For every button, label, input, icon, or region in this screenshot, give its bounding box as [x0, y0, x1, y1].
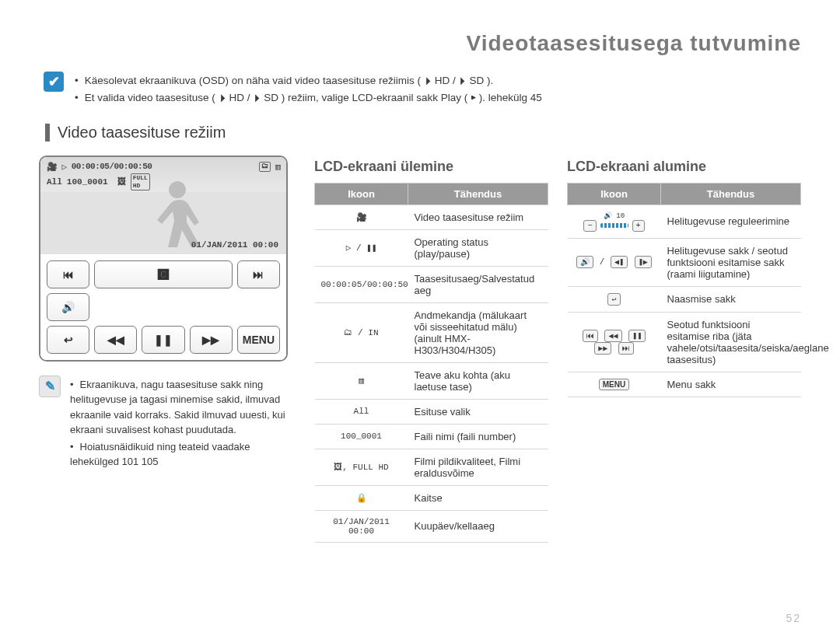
table-row: 01/JAN/2011 00:00 Kuupäev/kellaaeg	[315, 510, 548, 542]
lcd-all-label: All	[47, 177, 62, 187]
note-icon: ✎	[39, 376, 61, 397]
fast-forward-icon: ▶▶	[202, 334, 219, 346]
cell-icon: 01/JAN/2011 00:00	[315, 510, 408, 542]
lcd-volume-button[interactable]: 🔊	[47, 293, 89, 321]
table-row: ↩ Naasmise sakk	[568, 286, 801, 312]
section-heading: Video taasesituse režiim	[45, 124, 801, 142]
info-line-2: Et valida video taasesituse ( ⏵HD / ⏵SD …	[75, 90, 542, 106]
cell-icon: ▥	[315, 362, 408, 399]
table-row: ▷ / ❚❚ Operating status (play/pause)	[315, 229, 548, 266]
cell-meaning: Kuupäev/kellaaeg	[408, 510, 548, 542]
cc-icon: 🅲	[158, 268, 169, 281]
cell-meaning: Filmi pildikvaliteet, Filmi eraldusvõime	[408, 449, 548, 485]
cell-meaning: Esituse valik	[408, 399, 548, 424]
cell-icon: 100_0001	[315, 424, 408, 449]
quality-icon: 🖼	[117, 176, 126, 187]
lcd-pause-button[interactable]: ❚❚	[142, 326, 184, 354]
rewind-icon: ◀◀	[604, 330, 621, 342]
table-left-header-meaning: Tähendus	[408, 183, 548, 204]
frame-back-icon: ◀❚	[611, 256, 628, 268]
table-row: 🖼, FULL HD Filmi pildikvaliteet, Filmi e…	[315, 449, 548, 485]
cell-meaning: Taasesitusaeg/Salvestatud aeg	[408, 266, 548, 302]
skip-forward-icon: ⏭	[253, 268, 264, 281]
lcd-datetime: 01/JAN/2011 00:00	[191, 240, 278, 250]
cell-meaning: Seotud funktsiooni esitamise riba (jäta …	[661, 312, 801, 372]
lcd-time-counter: 00:00:05/00:00:50	[72, 162, 152, 171]
table-row: All Esituse valik	[315, 399, 548, 424]
cell-icon: 🔒	[315, 485, 408, 510]
menu-icon: MENU	[599, 379, 629, 390]
cell-icon: ▷ / ❚❚	[315, 229, 408, 266]
table-row: 🔒 Kaitse	[315, 485, 548, 510]
table-row: MENU Menu sakk	[568, 372, 801, 397]
table-row: 100_0001 Faili nimi (faili number)	[315, 424, 548, 449]
menu-label: MENU	[243, 334, 275, 346]
skip-back-icon: ⏮	[583, 330, 598, 342]
table-left: Ikoon Tähendus 🎥 Video taasesituse režii…	[314, 183, 548, 543]
volume-bar-icon: −+	[583, 220, 645, 232]
table-right-header-meaning: Tähendus	[661, 183, 801, 204]
cell-icon: 00:00:05/00:00:50	[315, 266, 408, 302]
info-line-1: Käesolevat ekraanikuva (OSD) on näha vai…	[75, 73, 542, 89]
table-row: 🗂 / IN Andmekandja (mälukaart või sissee…	[315, 302, 548, 362]
cell-meaning: Video taasesituse režiim	[408, 204, 548, 229]
table-right-header-icon: Ikoon	[568, 183, 661, 204]
page-number: 52	[786, 612, 801, 624]
mode-icon: 🎥	[356, 213, 367, 222]
table-row: ⏮ ◀◀ ❚❚ ▶▶ ⏭ Seotud funktsiooni esitamis…	[568, 312, 801, 372]
table-right: Ikoon Tähendus 🔊 10 −+ Helitugevuse regu…	[567, 183, 801, 397]
lcd-cc-button[interactable]: 🅲	[94, 260, 233, 288]
volume-icon: 🔊	[61, 301, 75, 313]
table-row: 🔊 10 −+ Helitugevuse reguleerimine	[568, 204, 801, 238]
frame-fwd-icon: ❚▶	[635, 256, 652, 268]
cell-icon: All	[315, 399, 408, 424]
page-title: Videotaasesitusega tutvumine	[39, 31, 801, 56]
table-right-title: LCD-ekraani alumine	[567, 159, 801, 175]
cell-meaning: Helitugevuse reguleerimine	[661, 204, 801, 238]
pause-icon: ❚❚	[628, 330, 646, 342]
table-row: 🎥 Video taasesituse režiim	[315, 204, 548, 229]
pause-icon: ❚❚	[154, 334, 173, 346]
cell-meaning: Faili nimi (faili number)	[408, 424, 548, 449]
return-icon: ↩	[607, 293, 620, 306]
cell-meaning: Operating status (play/pause)	[408, 229, 548, 266]
cell-meaning: Kaitse	[408, 485, 548, 510]
check-icon: ✔	[44, 72, 64, 92]
battery-icon: ▥	[275, 162, 280, 172]
table-left-title: LCD-ekraani ülemine	[314, 159, 548, 175]
lcd-menu-button[interactable]: MENU	[237, 326, 280, 354]
lcd-ffwd-button[interactable]: ▶▶	[190, 326, 233, 354]
table-row: 🔊 / ◀❚ ❚▶ Helitugevuse sakk / seotud fun…	[568, 238, 801, 286]
mode-icon: 🎥	[47, 162, 58, 172]
lcd-next-button[interactable]: ⏭	[237, 260, 280, 288]
storage-icon: 🗂	[259, 162, 271, 172]
ffwd-icon: ▶▶	[594, 342, 611, 355]
cell-icon: 🖼, FULL HD	[315, 449, 408, 485]
cell-meaning: Menu sakk	[661, 372, 801, 397]
note-line-1: Ekraanikuva, nagu taasesituse sakk ning …	[70, 377, 296, 438]
table-row: 00:00:05/00:00:50 Taasesitusaeg/Salvesta…	[315, 266, 548, 302]
table-left-header-icon: Ikoon	[315, 183, 408, 204]
play-indicator-icon: ▷	[62, 162, 67, 172]
cell-meaning: Teave aku kohta (aku laetuse tase)	[408, 362, 548, 399]
lcd-file-label: 100_0001	[67, 177, 108, 187]
volume-indicator-icon: 🔊 10	[574, 211, 655, 220]
skip-forward-icon: ⏭	[618, 342, 634, 355]
skip-back-icon: ⏮	[63, 268, 74, 281]
cell-meaning: Andmekandja (mälukaart või sisseehitatud…	[408, 302, 548, 362]
cell-meaning: Naasmise sakk	[661, 286, 801, 312]
volume-tab-icon: 🔊	[576, 256, 593, 268]
rewind-icon: ◀◀	[107, 334, 124, 346]
note-line-2: Hoiatusnäidikuid ning teateid vaadake le…	[70, 439, 296, 470]
table-row: ▥ Teave aku kohta (aku laetuse tase)	[315, 362, 548, 399]
lcd-back-button[interactable]: ↩	[47, 326, 89, 354]
lcd-preview: 🎥 ▷ 00:00:05/00:00:50 🗂 ▥ All 100_0001 🖼…	[39, 156, 288, 362]
cell-icon: 🗂 / IN	[315, 302, 408, 362]
lcd-rewind-button[interactable]: ◀◀	[94, 326, 137, 354]
back-icon: ↩	[64, 334, 73, 346]
lcd-prev-button[interactable]: ⏮	[47, 260, 89, 288]
cell-meaning: Helitugevuse sakk / seotud funktsiooni e…	[661, 238, 801, 286]
